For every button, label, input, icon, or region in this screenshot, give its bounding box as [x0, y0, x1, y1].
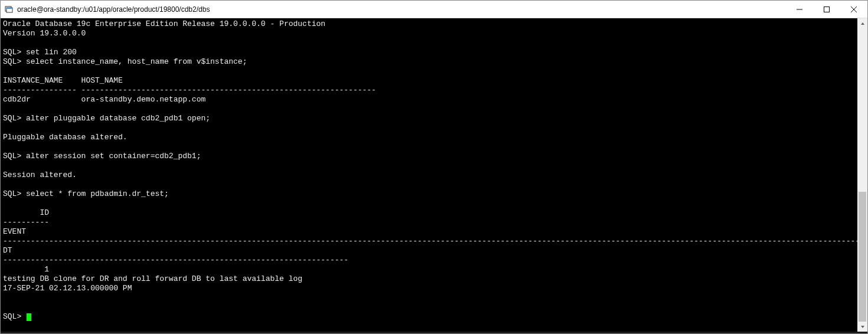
scroll-up-arrow[interactable]	[857, 18, 867, 28]
window-controls	[786, 1, 867, 18]
scroll-thumb[interactable]	[859, 192, 866, 322]
scroll-down-arrow[interactable]	[857, 322, 867, 332]
terminal-area: Oracle Database 19c Enterprise Edition R…	[1, 18, 867, 332]
close-button[interactable]	[840, 1, 867, 18]
maximize-button[interactable]	[813, 1, 840, 18]
minimize-button[interactable]	[786, 1, 813, 18]
titlebar[interactable]: oracle@ora-standby:/u01/app/oracle/produ…	[1, 1, 867, 18]
application-window: oracle@ora-standby:/u01/app/oracle/produ…	[0, 0, 868, 334]
scroll-track[interactable]	[857, 28, 867, 322]
svg-marker-8	[861, 326, 864, 328]
svg-marker-7	[861, 22, 864, 25]
terminal-output[interactable]: Oracle Database 19c Enterprise Edition R…	[1, 18, 857, 332]
window-title: oracle@ora-standby:/u01/app/oracle/produ…	[17, 5, 786, 14]
cursor-block	[27, 313, 31, 321]
app-icon	[4, 5, 14, 14]
bottom-edge	[1, 332, 867, 333]
svg-rect-2	[6, 8, 12, 9]
vertical-scrollbar[interactable]	[857, 18, 867, 332]
svg-rect-4	[824, 6, 830, 12]
